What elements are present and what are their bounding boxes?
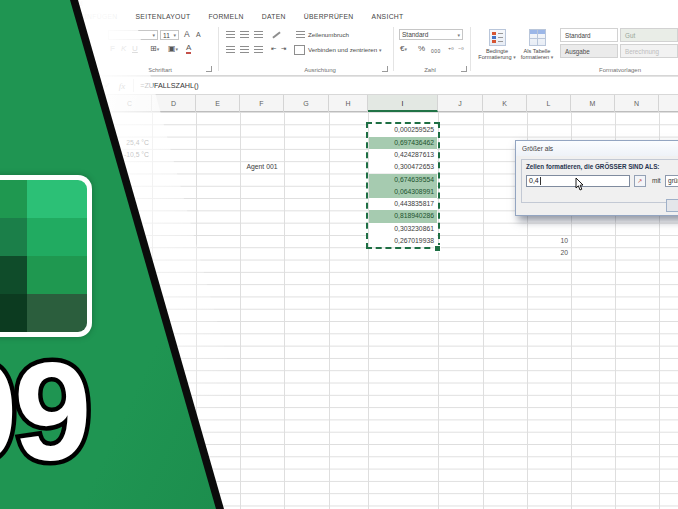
format-as-table-icon: [529, 29, 546, 46]
dialog-label: Zellen formatieren, die GRÖSSER SIND ALS…: [526, 163, 659, 170]
color-swatch: [27, 218, 87, 256]
gridline: [284, 112, 285, 509]
cell-num1[interactable]: 10: [527, 235, 571, 247]
font-size-combobox[interactable]: 11▾: [160, 30, 179, 40]
color-swatch: [27, 256, 87, 294]
percent-style-icon[interactable]: %: [418, 44, 425, 54]
gridline: [329, 112, 330, 509]
green-palette-grid: [0, 180, 87, 332]
color-swatch: [0, 256, 27, 294]
cell-style-gut[interactable]: Gut: [620, 28, 678, 42]
grow-font-icon[interactable]: A: [184, 29, 190, 39]
range-selector-button[interactable]: ↗: [634, 175, 646, 187]
orientation-icon[interactable]: [272, 31, 280, 38]
alignment-dialog-launcher-icon[interactable]: [382, 66, 388, 72]
cell-style-berechnung[interactable]: Berechnung: [620, 44, 678, 58]
conditional-formatting-icon: [489, 29, 506, 46]
format-as-table-button[interactable]: Als Tabelle formatieren ▾: [514, 28, 560, 70]
font-color-icon[interactable]: A: [186, 43, 191, 54]
ribbon-tab-bar: EINFÜGEN SEITENLAYOUT FORMELN DATEN ÜBER…: [80, 9, 678, 24]
align-center-icon[interactable]: [240, 46, 249, 53]
greater-than-dialog: Größer als Zellen formatieren, die GRÖSS…: [515, 140, 678, 216]
color-swatch: [27, 294, 87, 332]
selection-marquee: [366, 122, 440, 249]
threshold-input[interactable]: 0,4: [526, 175, 630, 187]
tab-seitenlayout[interactable]: SEITENLAYOUT: [136, 13, 191, 20]
wrap-text-button[interactable]: Zeilenumbruch: [308, 31, 349, 38]
number-dialog-launcher-icon[interactable]: [461, 66, 467, 72]
color-swatch: [27, 180, 87, 218]
wrap-text-icon: [296, 31, 305, 38]
column-header-K[interactable]: K: [483, 95, 527, 112]
align-left-icon[interactable]: [226, 46, 235, 53]
with-label: mit: [652, 177, 661, 184]
dialog-panel: Zellen formatieren, die GRÖSSER SIND ALS…: [521, 159, 678, 203]
column-header-I[interactable]: I: [368, 95, 438, 112]
column-header-F[interactable]: F: [240, 95, 284, 112]
cell-style-ausgabe[interactable]: Ausgabe: [560, 44, 618, 58]
decrease-indent-icon[interactable]: ⇤: [271, 44, 276, 54]
cell-agent[interactable]: Agent 001: [240, 161, 284, 173]
align-bottom-icon[interactable]: [254, 31, 263, 38]
increase-decimal-icon[interactable]: ⁺⁰: [448, 45, 454, 55]
column-header-M[interactable]: M: [571, 95, 615, 112]
ok-button[interactable]: [666, 199, 678, 212]
cell-style-standard[interactable]: Standard: [560, 28, 618, 42]
tab-ansicht[interactable]: ANSICHT: [372, 13, 404, 20]
text-caret: [540, 177, 541, 185]
fill-handle[interactable]: [434, 245, 441, 252]
column-header-G[interactable]: G: [284, 95, 329, 112]
decrease-decimal-icon[interactable]: ⁻⁰: [458, 45, 464, 55]
tab-formeln[interactable]: FORMELN: [208, 13, 243, 20]
group-separator: [470, 27, 471, 71]
merge-center-button[interactable]: Verbinden und zentrieren ▾: [308, 46, 381, 53]
format-dropdown[interactable]: grün: [665, 175, 678, 187]
color-swatch: [0, 180, 27, 218]
column-header-L[interactable]: L: [527, 95, 571, 112]
accounting-format-icon[interactable]: €▾: [400, 44, 407, 54]
tab-daten[interactable]: DATEN: [262, 13, 286, 20]
green-palette-card: [0, 175, 92, 337]
color-swatch: [0, 294, 27, 332]
column-header-J[interactable]: J: [438, 95, 483, 112]
app-window: Mappe1 - Excel EINFÜGEN SEITENLAYOUT FOR…: [0, 0, 678, 509]
gridline: [483, 112, 484, 509]
styles-group-label: Formatvorlagen: [580, 67, 660, 73]
group-separator: [218, 27, 219, 71]
shrink-font-icon[interactable]: A: [196, 30, 201, 40]
dialog-title: Größer als: [516, 141, 678, 156]
fill-color-icon[interactable]: ▣▾: [168, 44, 178, 54]
color-swatch: [0, 218, 27, 256]
chevron-down-icon: ▾: [152, 32, 155, 38]
column-header-N[interactable]: N: [615, 95, 659, 112]
align-right-icon[interactable]: [254, 46, 263, 53]
alignment-group-label: Ausrichtung: [280, 67, 360, 73]
column-header-H[interactable]: H: [329, 95, 368, 112]
font-dialog-launcher-icon[interactable]: [206, 66, 212, 72]
tab-ueberpruefen[interactable]: ÜBERPRÜFEN: [304, 13, 354, 20]
episode-number: 09: [0, 342, 88, 482]
chevron-down-icon: ▾: [457, 32, 460, 38]
number-format-combobox[interactable]: Standard▾: [399, 29, 463, 40]
align-top-icon[interactable]: [226, 31, 235, 38]
cell-num2[interactable]: 20: [527, 247, 571, 259]
increase-indent-icon[interactable]: ⇥: [281, 44, 286, 54]
number-group-label: Zahl: [395, 67, 465, 73]
column-header-E[interactable]: E: [196, 95, 240, 112]
merge-center-icon: [294, 45, 305, 55]
align-middle-icon[interactable]: [240, 31, 249, 38]
mouse-cursor-icon: [575, 178, 584, 191]
comma-style-icon[interactable]: 000: [431, 46, 441, 56]
chevron-down-icon: ▾: [173, 32, 176, 38]
borders-icon[interactable]: ⊞▾: [150, 44, 159, 54]
group-separator: [393, 27, 394, 71]
